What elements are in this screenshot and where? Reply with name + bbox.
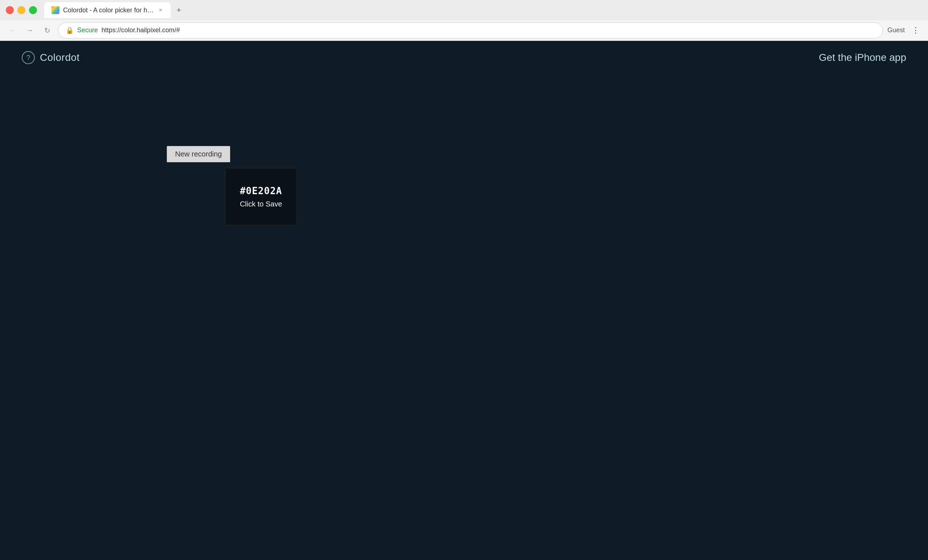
- secure-lock-icon: 🔒: [66, 26, 73, 34]
- user-label: Guest: [887, 26, 905, 34]
- tab-title: Colordot - A color picker for h…: [63, 6, 154, 14]
- tab-close-button[interactable]: ×: [157, 6, 163, 14]
- iphone-app-link[interactable]: Get the iPhone app: [819, 52, 906, 63]
- browser-toolbar: ← → ↻ 🔒 Secure https://color.hailpixel.c…: [0, 20, 928, 41]
- address-bar[interactable]: 🔒 Secure https://color.hailpixel.com/#: [58, 23, 883, 38]
- browser-menu-button[interactable]: ⋮: [909, 24, 922, 37]
- secure-label: Secure: [77, 26, 98, 34]
- url-text: https://color.hailpixel.com/#: [102, 26, 180, 34]
- help-icon: ?: [22, 51, 35, 64]
- window-maximize-button[interactable]: [29, 6, 37, 14]
- color-hex-value: #0E202A: [240, 186, 282, 196]
- forward-button[interactable]: →: [23, 24, 36, 37]
- reload-button[interactable]: ↻: [41, 24, 53, 37]
- browser-chrome: Colordot - A color picker for h… × + ← →…: [0, 0, 928, 41]
- tab-bar: Colordot - A color picker for h… × +: [44, 2, 922, 18]
- active-tab[interactable]: Colordot - A color picker for h… ×: [44, 2, 171, 18]
- browser-titlebar: Colordot - A color picker for h… × +: [0, 0, 928, 20]
- app-content: ? Colordot Get the iPhone app New record…: [0, 41, 928, 560]
- color-card[interactable]: #0E202A Click to Save: [225, 168, 297, 226]
- window-controls: [6, 6, 37, 14]
- back-button[interactable]: ←: [6, 24, 19, 37]
- click-to-save-label: Click to Save: [240, 200, 282, 208]
- tab-favicon-icon: [52, 6, 60, 14]
- app-logo-text: Colordot: [40, 52, 80, 63]
- window-minimize-button[interactable]: [17, 6, 25, 14]
- new-recording-button[interactable]: New recording: [167, 146, 230, 162]
- logo-area[interactable]: ? Colordot: [22, 51, 80, 64]
- window-close-button[interactable]: [6, 6, 14, 14]
- new-tab-button[interactable]: +: [172, 4, 185, 17]
- app-header: ? Colordot Get the iPhone app: [0, 41, 928, 74]
